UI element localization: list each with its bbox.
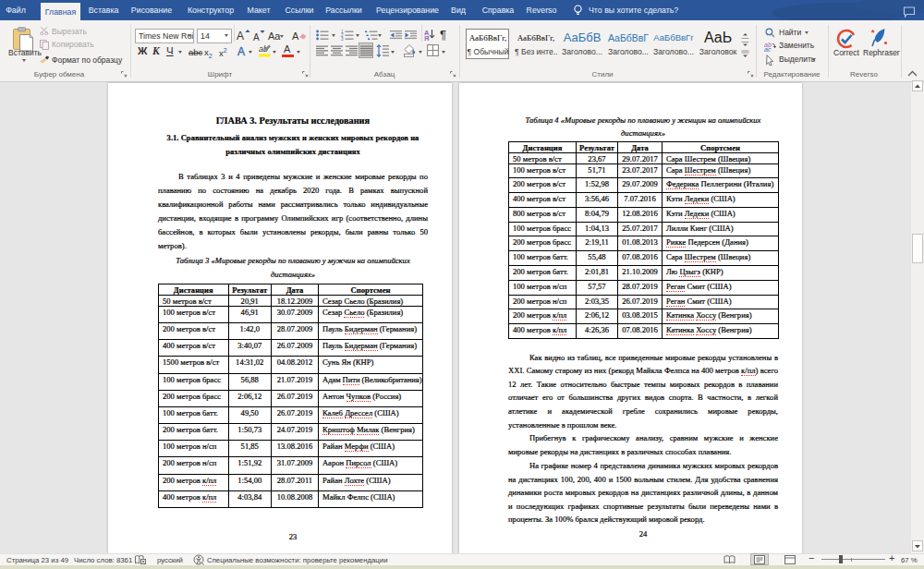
svg-text:Я: Я (424, 34, 429, 41)
svg-text:ac: ac (764, 46, 772, 52)
svg-text:3: 3 (341, 37, 344, 41)
